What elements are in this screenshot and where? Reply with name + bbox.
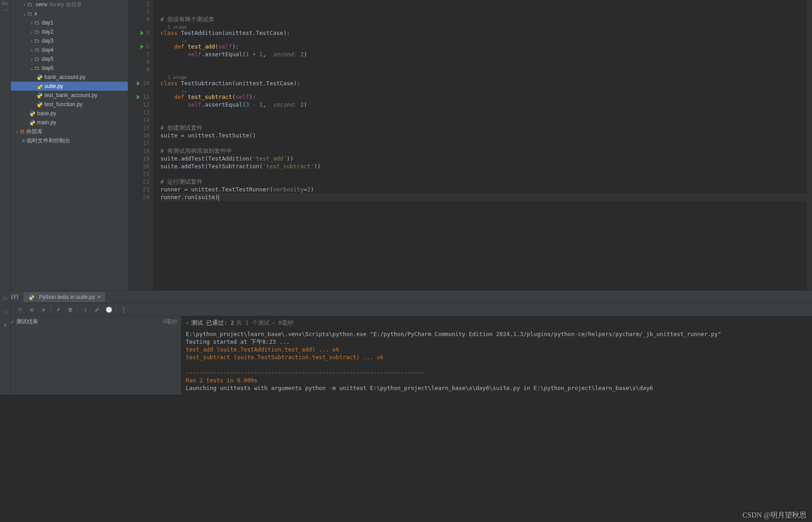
close-icon[interactable]: ×	[97, 294, 101, 300]
summary-text: 测试 已通过: 2	[191, 319, 234, 327]
kwarg: verbosity	[273, 186, 304, 193]
class-name: TestSubtraction	[181, 80, 232, 87]
history-icon[interactable]: 🕒	[104, 305, 113, 314]
comment: # 运行测试套件	[160, 178, 203, 185]
comment: # 假设有两个测试类	[160, 16, 214, 23]
val: 2	[300, 101, 304, 108]
services-icon[interactable]: ≡	[1, 321, 10, 329]
line-num: 24	[143, 193, 150, 201]
editor[interactable]: 2 3 4 5 6 7 8 9 10 11 12 13 14 15 16 17	[128, 0, 812, 290]
test-summary: ✓ 测试 已通过: 2共 2 个测试 – 0毫秒	[186, 319, 807, 327]
line-num: 21	[143, 170, 150, 178]
library-icon: ⊞	[20, 128, 24, 135]
test-root-label: 测试结果	[16, 318, 38, 326]
tree-label: day6	[42, 65, 53, 71]
self: self	[218, 43, 232, 50]
debug-icon[interactable]: ⌂	[1, 307, 10, 316]
run-panel: 运行 Python tests in suite.py × ↻ ⟳ ⎋ ■ ✓ …	[0, 290, 812, 395]
tool-go-icon[interactable]: Go	[0, 0, 10, 7]
output-line: E:\python_project\learn_base\.venv\Scrip…	[186, 330, 807, 338]
tree-day2[interactable]: ›🗀day2	[11, 27, 128, 36]
tree-label: test_function.py	[44, 101, 82, 107]
line-num: 3	[146, 8, 150, 15]
tests-tab[interactable]: Python tests in suite.py ×	[24, 292, 105, 302]
tree-label: suite.py	[44, 83, 63, 89]
tree-suite[interactable]: suite.py	[11, 82, 128, 91]
tree-venv[interactable]: ›🗀.venvlibrary 根目录	[11, 0, 128, 9]
terminal-icon[interactable]: ▷	[1, 294, 10, 302]
tree-label: .venv	[34, 1, 48, 8]
tree-label: base.py	[37, 110, 56, 117]
tree-main[interactable]: main.py	[11, 118, 128, 127]
paren: )	[310, 186, 314, 193]
method: assertEqual	[205, 51, 242, 58]
test-toolbar: ↻ ⟳ ⎋ ■ ✓ ⊘ ↕ ⤢ 🕒 ⋮	[0, 303, 812, 316]
output-line: Ran 2 tests in 0.000s	[186, 376, 807, 384]
tab-label: Python tests in suite.py	[39, 294, 95, 300]
run-gutter-icon[interactable]	[137, 95, 140, 99]
show-ignored-icon[interactable]: ⊘	[66, 305, 75, 314]
self: self	[236, 93, 249, 100]
code-content[interactable]: # 假设有两个测试类 1 usage class TestAddition(un…	[153, 0, 812, 290]
expr: 1 + 1	[246, 51, 263, 58]
call: ))	[287, 155, 294, 162]
val: 2	[300, 51, 304, 58]
toggle-auto-icon[interactable]: ⎋	[27, 305, 36, 314]
python-icon	[36, 101, 43, 107]
watermark: CSDN @明月望秋思	[743, 511, 807, 520]
python-icon	[28, 294, 34, 300]
method: assertEqual	[205, 101, 242, 108]
line-num: 5	[146, 29, 150, 37]
line-num: 11	[143, 93, 150, 101]
call: suite.addTest(TestAddition(	[160, 155, 252, 162]
line-num: 19	[143, 155, 150, 162]
run-gutter-icon[interactable]	[140, 31, 144, 35]
comment: # 将测试用例添加到套件中	[160, 147, 232, 154]
stop-icon[interactable]: ■	[39, 305, 48, 314]
call: suite.addTest(TestSubtraction(	[160, 163, 263, 170]
test-output[interactable]: ✓ 测试 已通过: 2共 2 个测试 – 0毫秒 E:\python_proje…	[181, 316, 812, 395]
self: self	[188, 51, 201, 58]
line-num: 20	[143, 162, 150, 170]
tree-day6[interactable]: ⌄🗀day6	[11, 63, 128, 73]
tree-test-fn[interactable]: test_function.py	[11, 100, 128, 109]
tree-bank-account[interactable]: bank_account.py	[11, 73, 128, 82]
test-tree[interactable]: ⌄ ✓ 测试结果 0毫秒	[0, 316, 181, 395]
tree-base[interactable]: base.py	[11, 109, 128, 118]
tree-day4[interactable]: ›🗀day4	[11, 45, 128, 54]
eq: =	[304, 186, 307, 193]
sort-icon[interactable]: ↕	[81, 305, 90, 314]
tree-day5[interactable]: ›🗀day5	[11, 54, 128, 63]
run-gutter-icon[interactable]	[140, 44, 144, 49]
line-num: 16	[143, 132, 150, 139]
project-tree[interactable]: ›🗀.venvlibrary 根目录 ⌄🗀x ›🗀day1 ›🗀day2 ›🗀d…	[11, 0, 128, 290]
line-num: 22	[143, 178, 150, 185]
output-line: test_subtract (suite.TestSubtraction.tes…	[186, 353, 807, 361]
call: runner = unittest.TextTestRunner(	[160, 186, 273, 193]
tree-label: x	[34, 10, 37, 17]
base-class: unittest.TestCase	[225, 29, 283, 36]
summary-text: – 0毫秒	[271, 319, 294, 327]
summary-text: 共 2 个测试	[236, 319, 270, 327]
more-tools-icon[interactable]: ⋯	[0, 7, 8, 13]
rerun-failed-icon[interactable]: ⟳	[15, 305, 24, 314]
python-icon	[36, 92, 43, 98]
tree-ext-lib[interactable]: ›⊞外部库	[11, 127, 128, 136]
tree-day3[interactable]: ›🗀day3	[11, 36, 128, 45]
folder-icon: 🗀	[34, 29, 40, 35]
gutter[interactable]: 2 3 4 5 6 7 8 9 10 11 12 13 14 15 16 17	[128, 0, 153, 290]
method-name: test_add	[188, 43, 215, 50]
tree-day1[interactable]: ›🗀day1	[11, 18, 128, 27]
run-gutter-icon[interactable]	[137, 81, 140, 86]
usage-hint: 1 usage	[160, 23, 812, 29]
base-class: unittest.TestCase	[236, 80, 294, 87]
tree-test-bank[interactable]: test_bank_account.py	[11, 91, 128, 100]
folder-icon: 🗀	[34, 20, 40, 26]
show-passed-icon[interactable]: ✓	[54, 305, 63, 314]
tree-scratch[interactable]: ≡临时文件和控制台	[11, 136, 128, 145]
more-icon[interactable]: ⋮	[119, 305, 128, 314]
expand-icon[interactable]: ⤢	[92, 305, 102, 314]
editor-scrollbar[interactable]	[807, 0, 812, 290]
test-results-root[interactable]: ⌄ ✓ 测试结果 0毫秒	[0, 316, 181, 327]
tree-x[interactable]: ⌄🗀x	[11, 9, 128, 18]
